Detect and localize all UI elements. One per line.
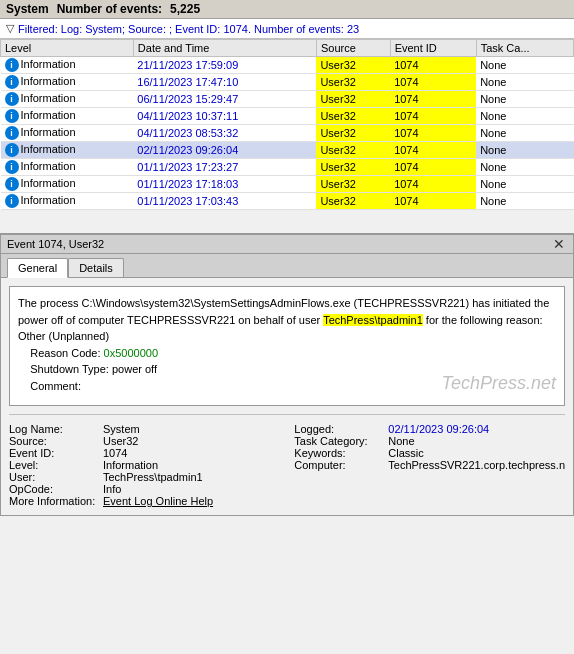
- comment: Comment:: [18, 380, 81, 392]
- info-icon: i: [5, 75, 19, 89]
- source-cell: User32: [316, 176, 390, 193]
- field-logname: Log Name: System: [9, 423, 278, 435]
- task-cell: None: [476, 159, 573, 176]
- eventid-cell: 1074: [390, 159, 476, 176]
- watermark: TechPress.net: [442, 370, 556, 397]
- datetime-cell: 01/11/2023 17:18:03: [133, 176, 316, 193]
- table-header-row: Level Date and Time Source Event ID Task…: [1, 40, 574, 57]
- task-cell: None: [476, 74, 573, 91]
- event-count-value: 5,225: [170, 2, 200, 16]
- level-cell: iInformation: [1, 193, 134, 210]
- col-level[interactable]: Level: [1, 40, 134, 57]
- source-cell: User32: [316, 91, 390, 108]
- col-eventid[interactable]: Event ID: [390, 40, 476, 57]
- field-level: Level: Information: [9, 459, 278, 471]
- eventid-cell: 1074: [390, 108, 476, 125]
- filter-text: Filtered: Log: System; Source: ; Event I…: [18, 23, 359, 35]
- level-cell: iInformation: [1, 142, 134, 159]
- source-cell: User32: [316, 193, 390, 210]
- close-button[interactable]: ✕: [551, 237, 567, 251]
- event-message-box: The process C:\Windows\system32\SystemSe…: [9, 286, 565, 406]
- field-user: User: TechPress\tpadmin1: [9, 471, 278, 483]
- eventid-cell: 1074: [390, 193, 476, 210]
- info-icon: i: [5, 109, 19, 123]
- task-cell: None: [476, 176, 573, 193]
- datetime-cell: 01/11/2023 17:23:27: [133, 159, 316, 176]
- level-cell: iInformation: [1, 176, 134, 193]
- reason-code-value: 0x5000000: [104, 347, 158, 359]
- highlight-user: TechPress\tpadmin1: [323, 314, 423, 326]
- col-source[interactable]: Source: [316, 40, 390, 57]
- table-row[interactable]: iInformation06/11/2023 15:29:47User32107…: [1, 91, 574, 108]
- detail-fields: Log Name: System Source: User32 Event ID…: [1, 419, 573, 515]
- event-table: Level Date and Time Source Event ID Task…: [0, 39, 574, 210]
- source-cell: User32: [316, 159, 390, 176]
- tab-general[interactable]: General: [7, 258, 68, 278]
- source-cell: User32: [316, 57, 390, 74]
- datetime-cell: 01/11/2023 17:03:43: [133, 193, 316, 210]
- col-datetime[interactable]: Date and Time: [133, 40, 316, 57]
- task-cell: None: [476, 91, 573, 108]
- info-icon: i: [5, 194, 19, 208]
- table-row[interactable]: iInformation01/11/2023 17:18:03User32107…: [1, 176, 574, 193]
- level-cell: iInformation: [1, 91, 134, 108]
- datetime-cell: 21/11/2023 17:59:09: [133, 57, 316, 74]
- level-cell: iInformation: [1, 57, 134, 74]
- shutdown-type: Shutdown Type: power off: [18, 363, 157, 375]
- info-icon: i: [5, 143, 19, 157]
- datetime-cell: 16/11/2023 17:47:10: [133, 74, 316, 91]
- eventid-cell: 1074: [390, 142, 476, 159]
- source-cell: User32: [316, 74, 390, 91]
- table-row[interactable]: iInformation01/11/2023 17:23:27User32107…: [1, 159, 574, 176]
- task-cell: None: [476, 108, 573, 125]
- datetime-cell: 04/11/2023 08:53:32: [133, 125, 316, 142]
- info-icon: i: [5, 160, 19, 174]
- eventid-cell: 1074: [390, 176, 476, 193]
- table-row[interactable]: iInformation21/11/2023 17:59:09User32107…: [1, 57, 574, 74]
- field-moreinfo: More Information: Event Log Online Help: [9, 495, 278, 507]
- level-cell: iInformation: [1, 125, 134, 142]
- field-computer: Computer: TechPressSVR221.corp.techpress…: [294, 459, 565, 471]
- field-keywords: Keywords: Classic: [294, 447, 565, 459]
- datetime-cell: 06/11/2023 15:29:47: [133, 91, 316, 108]
- title-bar: System Number of events: 5,225: [0, 0, 574, 19]
- detail-title: Event 1074, User32: [7, 238, 104, 250]
- field-taskcategory: Task Category: None: [294, 435, 565, 447]
- info-icon: i: [5, 92, 19, 106]
- info-icon: i: [5, 126, 19, 140]
- eventid-cell: 1074: [390, 125, 476, 142]
- eventid-cell: 1074: [390, 57, 476, 74]
- source-cell: User32: [316, 125, 390, 142]
- col-task[interactable]: Task Ca...: [476, 40, 573, 57]
- task-cell: None: [476, 193, 573, 210]
- info-icon: i: [5, 58, 19, 72]
- datetime-cell: 02/11/2023 09:26:04: [133, 142, 316, 159]
- table-row[interactable]: iInformation04/11/2023 08:53:32User32107…: [1, 125, 574, 142]
- filter-icon: ▽: [6, 22, 14, 35]
- task-cell: None: [476, 125, 573, 142]
- event-detail-panel: Event 1074, User32 ✕ General Details The…: [0, 234, 574, 516]
- level-cell: iInformation: [1, 74, 134, 91]
- table-row[interactable]: iInformation04/11/2023 10:37:11User32107…: [1, 108, 574, 125]
- table-row[interactable]: iInformation01/11/2023 17:03:43User32107…: [1, 193, 574, 210]
- filter-bar: ▽ Filtered: Log: System; Source: ; Event…: [0, 19, 574, 39]
- source-cell: User32: [316, 108, 390, 125]
- event-log-online-help-link[interactable]: Event Log Online Help: [103, 495, 213, 507]
- tabs-bar: General Details: [1, 254, 573, 278]
- detail-title-bar: Event 1074, User32 ✕: [1, 235, 573, 254]
- eventid-cell: 1074: [390, 91, 476, 108]
- field-logged: Logged: 02/11/2023 09:26:04: [294, 423, 565, 435]
- source-cell: User32: [316, 142, 390, 159]
- tab-details[interactable]: Details: [68, 258, 124, 277]
- task-cell: None: [476, 142, 573, 159]
- event-table-container[interactable]: Level Date and Time Source Event ID Task…: [0, 39, 574, 234]
- table-row[interactable]: iInformation16/11/2023 17:47:10User32107…: [1, 74, 574, 91]
- field-opcode: OpCode: Info: [9, 483, 278, 495]
- info-icon: i: [5, 177, 19, 191]
- table-row[interactable]: iInformation02/11/2023 09:26:04User32107…: [1, 142, 574, 159]
- divider: [9, 414, 565, 415]
- reason-code-label: Reason Code:: [18, 347, 104, 359]
- datetime-cell: 04/11/2023 10:37:11: [133, 108, 316, 125]
- app-name: System: [6, 2, 49, 16]
- level-cell: iInformation: [1, 108, 134, 125]
